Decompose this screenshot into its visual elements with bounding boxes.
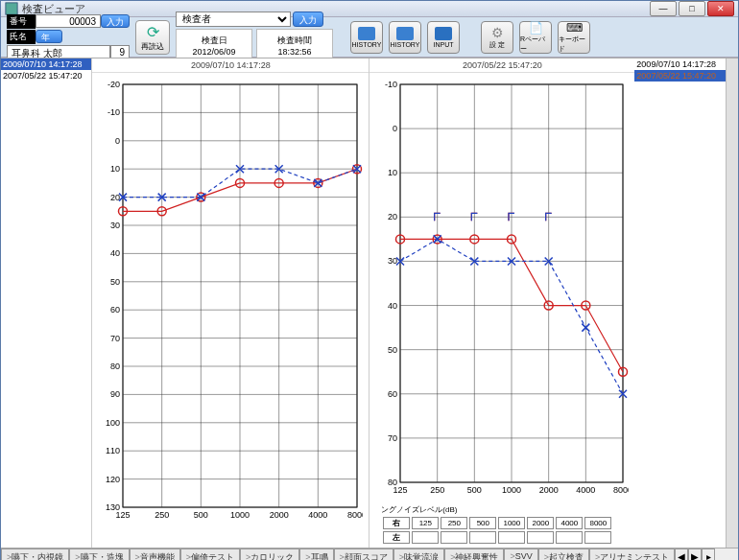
bottom-tab[interactable]: >SVV	[504, 548, 537, 560]
bottom-tab[interactable]: >耳鳴	[299, 548, 333, 560]
svg-text:1000: 1000	[502, 485, 521, 495]
svg-text:0: 0	[115, 136, 120, 146]
app-window: 検査ビューア — □ ✕ 番号 00003 入力 氏名 年齢 耳鼻科 太郎 9 …	[0, 0, 739, 560]
svg-text:-10: -10	[385, 80, 397, 89]
audiogram-left: -20-100102030405060708090100110120130125…	[92, 73, 369, 548]
chart-left-pane: 2009/07/10 14:17:28 -20-1001020304050607…	[91, 58, 369, 548]
svg-text:100: 100	[106, 418, 120, 428]
timestamp-item[interactable]: 2007/05/22 15:47:20	[634, 70, 725, 82]
close-button[interactable]: ✕	[707, 1, 734, 16]
svg-text:10: 10	[388, 168, 397, 177]
audiogram-right: -100102030405060708012525050010002000400…	[370, 73, 634, 548]
bottom-tab[interactable]: >嚥下・内視鏡	[1, 548, 69, 560]
id-label: 番号	[7, 14, 36, 29]
svg-text:1000: 1000	[230, 510, 250, 520]
age-label: 年齢	[36, 30, 62, 43]
paper-icon: 📄	[529, 21, 543, 35]
settings-button[interactable]: ⚙設 定	[481, 21, 513, 54]
keyboard-button[interactable]: ⌨キーボード	[558, 21, 590, 54]
svg-text:80: 80	[110, 362, 120, 371]
rpaper-button[interactable]: 📄Rペーパー	[519, 21, 552, 54]
bottom-tab-nav[interactable]: ▸	[702, 548, 715, 560]
vscrollbar[interactable]	[726, 58, 738, 548]
timestamp-item[interactable]: 2009/07/10 14:17:28	[634, 58, 725, 70]
svg-text:500: 500	[467, 485, 482, 495]
svg-text:30: 30	[110, 221, 120, 230]
examiner-input-button[interactable]: 入力	[293, 12, 323, 27]
mask-table: 右1252505001000200040008000左	[381, 515, 613, 546]
svg-text:60: 60	[110, 305, 120, 315]
svg-text:10: 10	[110, 164, 120, 174]
bottom-tab[interactable]: >顔面スコア	[334, 548, 393, 560]
svg-text:125: 125	[393, 485, 408, 495]
svg-text:70: 70	[388, 433, 397, 443]
bottom-tab[interactable]: >偏倚テスト	[180, 548, 240, 560]
patient-id: 00003	[36, 14, 101, 28]
svg-text:250: 250	[155, 510, 170, 520]
svg-text:70: 70	[110, 334, 120, 343]
bottom-tab[interactable]: >嚥下・造塊	[69, 548, 129, 560]
maximize-button[interactable]: □	[679, 1, 705, 16]
exam-time-value: 18:32:56	[277, 47, 311, 57]
svg-text:20: 20	[110, 193, 120, 202]
svg-text:110: 110	[106, 446, 120, 455]
timestamp-item[interactable]: 2007/05/22 15:47:20	[1, 70, 91, 82]
chart-right-pane: 2007/05/22 15:47:20 -1001020304050607080…	[369, 58, 634, 548]
svg-text:40: 40	[110, 248, 120, 258]
bottom-tab[interactable]: >起立検査	[538, 548, 589, 560]
input-icon	[435, 27, 452, 40]
reload-button[interactable]: ⟳ 再読込	[135, 20, 170, 55]
svg-text:50: 50	[110, 277, 120, 287]
patient-name: 耳鼻科 太郎	[7, 45, 110, 58]
bottom-tabs: >嚥下・内視鏡>嚥下・造塊>音声機能>偏倚テスト>カロリック>耳鳴>顔面スコア>…	[1, 548, 738, 560]
patient-age: 9	[110, 45, 130, 58]
input-button[interactable]: INPUT	[427, 21, 460, 54]
minimize-button[interactable]: —	[650, 1, 677, 16]
svg-text:2000: 2000	[270, 510, 289, 520]
app-icon	[5, 2, 18, 15]
svg-text:60: 60	[388, 389, 397, 399]
right-timestamp-list[interactable]: 2009/07/10 14:17:282007/05/22 15:47:20	[634, 58, 725, 548]
bottom-tab[interactable]: >味覚流涙	[393, 548, 444, 560]
exam-date-value: 2012/06/09	[192, 47, 235, 57]
svg-text:250: 250	[431, 485, 445, 495]
svg-text:120: 120	[106, 475, 120, 484]
bottom-tab[interactable]: >神経興奮性	[444, 548, 504, 560]
bottom-tab[interactable]: >音声機能	[130, 548, 180, 560]
keyboard-icon: ⌨	[566, 21, 583, 35]
chart-right-title: 2007/05/22 15:47:20	[370, 58, 634, 73]
reload-label: 再読込	[141, 41, 164, 52]
svg-text:30: 30	[388, 256, 397, 266]
id-input-button[interactable]: 入力	[101, 14, 130, 28]
name-label: 氏名	[7, 30, 36, 44]
svg-text:8000: 8000	[347, 510, 363, 520]
svg-text:40: 40	[388, 301, 397, 311]
bottom-tab-nav[interactable]: ◀	[675, 548, 688, 560]
svg-rect-0	[6, 3, 17, 14]
chart-left-title: 2009/07/10 14:17:28	[92, 58, 369, 73]
svg-text:2000: 2000	[539, 485, 559, 495]
svg-text:0: 0	[393, 124, 397, 133]
svg-text:4000: 4000	[577, 485, 596, 495]
reload-icon: ⟳	[147, 23, 159, 41]
left-timestamp-list[interactable]: 2009/07/10 14:17:282007/05/22 15:47:20	[1, 58, 91, 548]
svg-text:-20: -20	[107, 80, 120, 89]
svg-text:500: 500	[194, 510, 208, 520]
history2-button[interactable]: HISTORY	[389, 21, 421, 54]
main-area: 2009/07/10 14:17:282007/05/22 15:47:20 2…	[1, 58, 738, 548]
history-icon	[358, 27, 375, 40]
svg-text:-10: -10	[107, 107, 120, 117]
history-icon	[396, 27, 414, 40]
examiner-select[interactable]: 検査者	[176, 12, 291, 27]
bottom-tab[interactable]: >アリナミンテスト	[589, 548, 675, 560]
history1-button[interactable]: HISTORY	[350, 21, 383, 54]
svg-text:4000: 4000	[309, 510, 328, 520]
patient-info: 番号 00003 入力 氏名 年齢 耳鼻科 太郎 9	[7, 14, 130, 59]
bottom-tab[interactable]: >カロリック	[240, 548, 299, 560]
timestamp-item[interactable]: 2009/07/10 14:17:28	[1, 58, 91, 70]
exam-date-label: 検査日	[202, 35, 227, 47]
mask-label: ングノイズレベル(dB)	[381, 504, 613, 515]
bottom-tab-nav[interactable]: ▶	[688, 548, 702, 560]
exam-time-label: 検査時間	[277, 35, 312, 47]
svg-text:8000: 8000	[613, 485, 629, 495]
